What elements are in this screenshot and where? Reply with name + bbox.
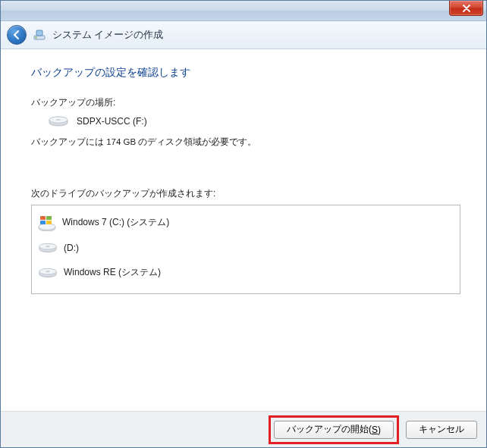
back-arrow-icon <box>11 30 22 40</box>
button-label-suffix: ) <box>378 425 381 435</box>
drive-row: (D:) <box>38 235 454 260</box>
header-bar: システム イメージの作成 <box>1 21 486 49</box>
hard-disk-icon <box>38 242 58 254</box>
hard-disk-icon <box>38 267 58 279</box>
footer-bar: バックアップの開始(S) キャンセル <box>1 411 486 447</box>
space-required-text: バックアップには 174 GB のディスク領域が必要です。 <box>31 136 460 148</box>
drive-row: Windows RE (システム) <box>38 260 454 285</box>
svg-rect-11 <box>46 221 52 224</box>
svg-point-7 <box>39 224 55 230</box>
close-button[interactable] <box>449 1 483 16</box>
titlebar <box>1 1 486 21</box>
window-title: システム イメージの作成 <box>52 29 163 42</box>
app-icon <box>33 28 46 42</box>
backup-location-row: SDPX-USCC (F:) <box>31 115 460 127</box>
drives-list: Windows 7 (C:) (システム) (D:) Win <box>31 205 460 294</box>
dialog-window: システム イメージの作成 バックアップの設定を確認します バックアップの場所: … <box>0 0 487 448</box>
svg-rect-2 <box>36 37 37 39</box>
close-icon <box>462 5 471 12</box>
location-label: バックアップの場所: <box>31 96 460 109</box>
primary-button-highlight: バックアップの開始(S) <box>269 415 399 444</box>
svg-rect-8 <box>40 216 46 220</box>
drive-label: Windows 7 (C:) (システム) <box>62 216 169 229</box>
start-backup-button[interactable]: バックアップの開始(S) <box>274 421 394 439</box>
drive-row: Windows 7 (C:) (システム) <box>38 210 454 235</box>
svg-point-14 <box>46 246 50 247</box>
cancel-button[interactable]: キャンセル <box>406 421 477 439</box>
svg-point-17 <box>46 271 50 272</box>
back-button[interactable] <box>7 25 27 45</box>
main-heading: バックアップの設定を確認します <box>31 66 460 80</box>
button-label-prefix: バックアップの開始( <box>287 423 372 436</box>
windows-drive-icon <box>38 215 56 231</box>
location-value: SDPX-USCC (F:) <box>77 116 147 127</box>
drive-label: Windows RE (システム) <box>64 266 161 279</box>
hard-disk-icon <box>48 115 69 127</box>
button-accelerator: S <box>372 425 378 435</box>
svg-rect-10 <box>40 221 46 224</box>
content-area: バックアップの設定を確認します バックアップの場所: SDPX-USCC (F:… <box>1 49 486 411</box>
drives-label: 次のドライブのバックアップが作成されます: <box>31 187 460 200</box>
svg-point-5 <box>56 119 61 121</box>
svg-rect-9 <box>46 216 52 220</box>
drive-label: (D:) <box>64 243 79 253</box>
svg-rect-1 <box>36 30 42 36</box>
